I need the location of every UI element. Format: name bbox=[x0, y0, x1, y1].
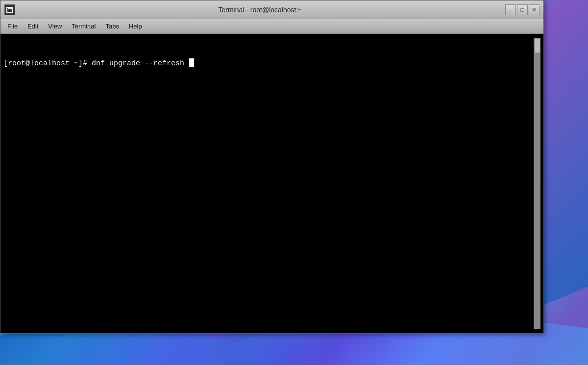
menu-file[interactable]: File bbox=[2, 22, 23, 31]
terminal-body[interactable]: [root@localhost ~]# dnf upgrade --refres… bbox=[0, 34, 543, 333]
terminal-prompt-line: [root@localhost ~]# dnf upgrade --refres… bbox=[3, 58, 534, 69]
terminal-output: [root@localhost ~]# dnf upgrade --refres… bbox=[3, 38, 534, 329]
scrollbar-thumb[interactable] bbox=[535, 38, 540, 53]
menu-view[interactable]: View bbox=[43, 22, 67, 31]
menu-edit[interactable]: Edit bbox=[23, 22, 43, 31]
window-icon bbox=[4, 4, 15, 15]
window-controls: – □ ✕ bbox=[505, 4, 539, 15]
close-button[interactable]: ✕ bbox=[529, 4, 539, 15]
terminal-window: Terminal - root@localhost:~ – □ ✕ File E… bbox=[0, 0, 544, 334]
minimize-button[interactable]: – bbox=[505, 4, 516, 15]
window-title: Terminal - root@localhost:~ bbox=[15, 6, 505, 14]
menu-bar: File Edit View Terminal Tabs Help bbox=[0, 19, 543, 34]
menu-tabs[interactable]: Tabs bbox=[100, 22, 123, 31]
command-text: dnf upgrade --refresh bbox=[92, 58, 189, 69]
maximize-button[interactable]: □ bbox=[517, 4, 528, 15]
terminal-cursor bbox=[189, 58, 194, 67]
terminal-icon bbox=[6, 7, 13, 13]
prompt-text: [root@localhost ~]# bbox=[3, 58, 92, 69]
menu-help[interactable]: Help bbox=[124, 22, 147, 31]
title-bar: Terminal - root@localhost:~ – □ ✕ bbox=[0, 0, 543, 19]
scrollbar-track[interactable] bbox=[534, 38, 540, 329]
menu-terminal[interactable]: Terminal bbox=[67, 22, 100, 31]
